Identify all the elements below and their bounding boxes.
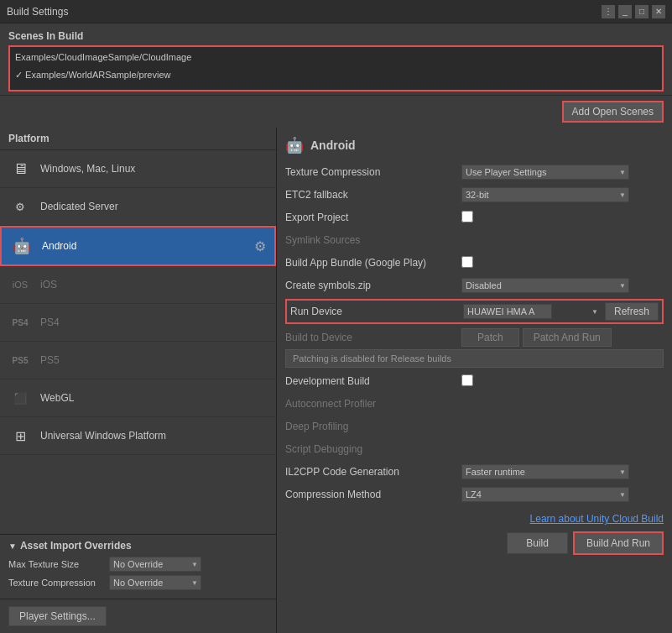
platform-name-windows: Windows, Mac, Linux: [40, 163, 135, 175]
etc2-fallback-value: 32-bit 16-bit: [461, 187, 664, 202]
maximize-button[interactable]: □: [635, 5, 649, 18]
il2cpp-select[interactable]: Faster runtime Faster (smaller) builds: [461, 464, 629, 479]
android-header: 🤖 Android: [285, 136, 664, 154]
main-panels: Platform 🖥 Windows, Mac, Linux ⚙ Dedicat…: [0, 128, 672, 633]
build-and-run-button[interactable]: Build And Run: [573, 531, 664, 555]
asset-import-section: ▼ Asset Import Overrides Max Texture Siz…: [0, 534, 276, 599]
script-debugging-label: Script Debugging: [285, 443, 461, 455]
platform-name-uwp: Universal Windows Platform: [40, 430, 166, 442]
android-header-icon: 🤖: [285, 136, 304, 154]
etc2-fallback-row: ETC2 fallback 32-bit 16-bit: [285, 186, 664, 204]
etc2-fallback-select[interactable]: 32-bit 16-bit: [461, 187, 629, 202]
uwp-icon: ⊞: [8, 424, 32, 447]
compression-method-row: Compression Method Default LZ4 LZ4HC: [285, 485, 664, 504]
platform-name-ps4: PS4: [40, 316, 60, 328]
dedicated-server-icon: ⚙: [8, 195, 32, 218]
asset-import-texture-compression-row: Texture Compression No Override Uncompre…: [8, 575, 268, 590]
add-open-scenes-row: Add Open Scenes: [0, 96, 672, 128]
collapse-icon: ▼: [8, 541, 17, 551]
player-settings-row: Player Settings...: [0, 599, 276, 633]
ps5-icon: PS5: [8, 348, 32, 372]
platform-item-uwp[interactable]: ⊞ Universal Windows Platform: [0, 417, 276, 455]
development-build-row: Development Build: [285, 372, 664, 390]
compression-method-value: Default LZ4 LZ4HC: [461, 487, 664, 502]
etc2-fallback-label: ETC2 fallback: [285, 189, 461, 201]
title-bar-controls: ⋮ _ □ ✕: [602, 5, 665, 18]
compression-method-select-wrapper: Default LZ4 LZ4HC: [461, 487, 629, 502]
build-button[interactable]: Build: [507, 532, 568, 554]
ios-icon: iOS: [8, 273, 32, 296]
close-button[interactable]: ✕: [652, 5, 665, 18]
texture-compression-value: Use Player Settings ETC2 ASTC: [461, 165, 664, 180]
max-texture-select[interactable]: No Override 32 64 128: [109, 557, 201, 572]
minimize-button[interactable]: _: [618, 5, 632, 18]
platform-item-ps4[interactable]: PS4 PS4: [0, 304, 276, 342]
autoconnect-profiler-label: Autoconnect Profiler: [285, 398, 461, 410]
run-device-label: Run Device: [290, 306, 463, 317]
max-texture-label: Max Texture Size: [8, 559, 109, 569]
menu-button[interactable]: ⋮: [602, 5, 615, 18]
create-symbols-select[interactable]: Disabled Public Debugging: [461, 278, 629, 293]
asset-import-header: ▼ Asset Import Overrides: [8, 540, 268, 552]
add-open-scenes-button[interactable]: Add Open Scenes: [562, 101, 664, 123]
player-settings-button[interactable]: Player Settings...: [8, 606, 107, 626]
platform-item-dedicated-server[interactable]: ⚙ Dedicated Server: [0, 188, 276, 226]
create-symbols-label: Create symbols.zip: [285, 280, 461, 291]
refresh-button[interactable]: Refresh: [605, 302, 659, 321]
script-debugging-row: Script Debugging: [285, 440, 664, 458]
symlink-sources-row: Symlink Sources: [285, 231, 664, 249]
texture-compression-asset-select[interactable]: No Override Uncompressed Compressed: [109, 575, 201, 590]
build-app-bundle-checkbox[interactable]: [461, 256, 473, 268]
build-app-bundle-row: Build App Bundle (Google Play): [285, 254, 664, 272]
run-device-row: Run Device HUAWEI HMA A Refresh: [285, 299, 664, 324]
asset-import-title: Asset Import Overrides: [20, 540, 132, 552]
build-device-label: Build to Device: [285, 332, 461, 343]
deep-profiling-label: Deep Profiling: [285, 421, 461, 432]
platform-item-ps5[interactable]: PS5 PS5: [0, 342, 276, 379]
platform-item-android[interactable]: 🤖 Android ⚙: [0, 226, 276, 266]
export-project-value: [461, 211, 664, 225]
texture-compression-row: Texture Compression Use Player Settings …: [285, 163, 664, 181]
autoconnect-profiler-row: Autoconnect Profiler: [285, 395, 664, 413]
ps4-icon: PS4: [8, 311, 32, 334]
scene-item-1[interactable]: ✓ Examples/WorldARSample/preview: [12, 66, 660, 84]
platform-item-windows[interactable]: 🖥 Windows, Mac, Linux: [0, 150, 276, 188]
right-panel: 🤖 Android Texture Compression Use Player…: [277, 128, 672, 633]
platform-name-android: Android: [42, 240, 76, 252]
build-app-bundle-label: Build App Bundle (Google Play): [285, 257, 461, 269]
build-device-row: Build to Device Patch Patch And Run: [285, 328, 664, 347]
platform-name-dedicated-server: Dedicated Server: [40, 201, 118, 212]
android-settings-icon: ⚙: [254, 238, 266, 254]
patch-and-run-button: Patch And Run: [523, 328, 612, 347]
scenes-label: Scenes In Build: [8, 30, 664, 42]
deep-profiling-row: Deep Profiling: [285, 417, 664, 436]
left-panel: Platform 🖥 Windows, Mac, Linux ⚙ Dedicat…: [0, 128, 277, 633]
content-area: Scenes In Build Examples/CloudImageSampl…: [0, 24, 672, 633]
windows-icon: 🖥: [8, 157, 32, 180]
texture-compression-select[interactable]: Use Player Settings ETC2 ASTC: [461, 165, 629, 180]
texture-compression-asset-select-wrapper: No Override Uncompressed Compressed: [109, 575, 201, 590]
compression-method-select[interactable]: Default LZ4 LZ4HC: [461, 487, 629, 502]
development-build-label: Development Build: [285, 375, 461, 387]
max-texture-select-wrapper: No Override 32 64 128: [109, 557, 201, 572]
development-build-checkbox[interactable]: [461, 374, 473, 386]
run-device-select[interactable]: HUAWEI HMA A: [463, 304, 552, 319]
run-device-select-wrapper: HUAWEI HMA A: [463, 304, 602, 319]
title-bar: Build Settings ⋮ _ □ ✕: [0, 0, 672, 24]
platform-label: Platform: [0, 128, 276, 150]
scenes-section: Scenes In Build Examples/CloudImageSampl…: [0, 24, 672, 96]
symlink-sources-label: Symlink Sources: [285, 234, 461, 246]
export-project-checkbox[interactable]: [461, 211, 473, 222]
il2cpp-value: Faster runtime Faster (smaller) builds: [461, 464, 664, 479]
export-project-label: Export Project: [285, 212, 461, 223]
texture-compression-asset-label: Texture Compression: [8, 578, 109, 588]
platform-name-ps5: PS5: [40, 354, 60, 366]
scene-item-0[interactable]: Examples/CloudImageSample/CloudImage: [12, 49, 660, 66]
create-symbols-value: Disabled Public Debugging: [461, 278, 664, 293]
platform-item-ios[interactable]: iOS iOS: [0, 266, 276, 304]
platform-name-ios: iOS: [40, 279, 57, 290]
asset-import-max-texture-row: Max Texture Size No Override 32 64 128: [8, 557, 268, 572]
cloud-build-link[interactable]: Learn about Unity Cloud Build: [285, 513, 664, 525]
title-bar-left: Build Settings: [7, 6, 68, 18]
platform-item-webgl[interactable]: ⬛ WebGL: [0, 379, 276, 417]
